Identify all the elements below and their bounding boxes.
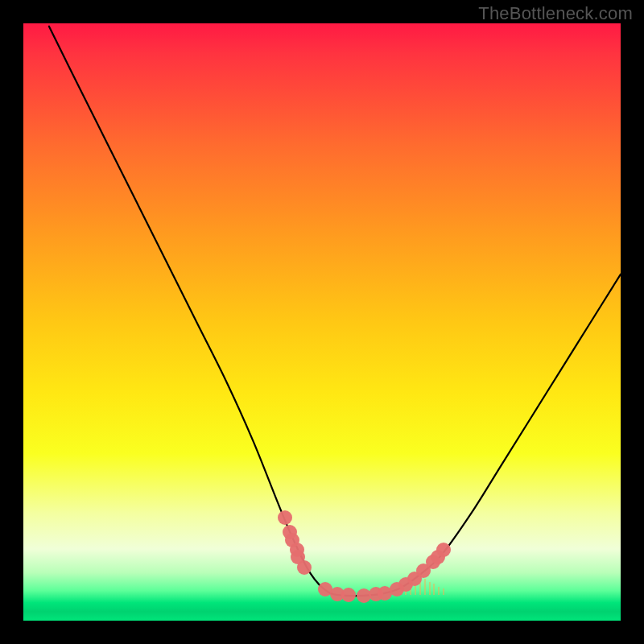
- chart-data-marker: [436, 543, 451, 557]
- chart-data-marker: [297, 560, 312, 575]
- watermark-text: TheBottleneck.com: [478, 3, 633, 24]
- chart-data-marker: [341, 588, 356, 602]
- chart-data-marker: [278, 510, 292, 525]
- chart-plot-area: [23, 23, 621, 621]
- chart-marker-layer: [23, 23, 621, 621]
